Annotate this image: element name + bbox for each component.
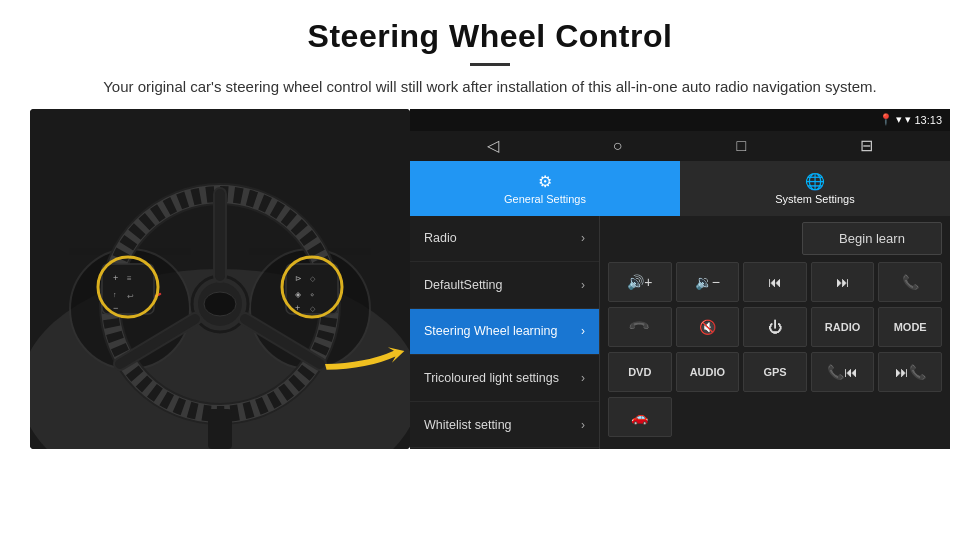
next-track-icon: ⏭ — [836, 274, 850, 290]
svg-text:⊳: ⊳ — [295, 274, 302, 283]
begin-learn-button[interactable]: Begin learn — [802, 222, 942, 255]
car-button[interactable]: 🚗 — [608, 397, 672, 437]
chevron-icon-default: › — [581, 278, 585, 292]
status-bar: 📍 ▾ ▾ 13:13 — [410, 109, 950, 131]
nav-bar: ◁ ○ □ ⊟ — [410, 131, 950, 161]
next-track-button[interactable]: ⏭ — [811, 262, 875, 302]
steering-wheel-image: 120 0 6 0 — [30, 109, 410, 449]
content-area: Radio › DefaultSetting › Steering Wheel … — [410, 216, 950, 449]
chevron-icon-radio: › — [581, 231, 585, 245]
signal-icon: ▾ — [905, 113, 911, 126]
phone-next-icon: ⏭📞 — [895, 364, 926, 380]
svg-text:⋄: ⋄ — [310, 291, 314, 298]
chevron-icon-steering: › — [581, 324, 585, 338]
audio-label: AUDIO — [690, 366, 725, 378]
page-title: Steering Wheel Control — [60, 18, 920, 55]
svg-text:≡: ≡ — [127, 274, 132, 283]
header-description: Your original car's steering wheel contr… — [60, 76, 920, 99]
general-settings-icon: ⚙ — [538, 172, 552, 191]
main-content: 120 0 6 0 — [30, 109, 950, 459]
power-button[interactable]: ⏻ — [743, 307, 807, 347]
svg-text:↩: ↩ — [127, 292, 134, 301]
car-icon: 🚗 — [631, 409, 648, 425]
location-icon: 📍 — [879, 113, 893, 126]
mute-icon: 🔇 — [699, 319, 716, 335]
volume-up-icon: 🔊+ — [627, 274, 652, 290]
menu-item-radio[interactable]: Radio › — [410, 216, 599, 263]
menu-item-whitelist[interactable]: Whitelist setting › — [410, 402, 599, 449]
header-divider — [470, 63, 510, 66]
begin-learn-row: Begin learn — [608, 222, 942, 255]
chevron-icon-tricoloured: › — [581, 371, 585, 385]
hang-up-icon: 📞 — [628, 315, 651, 338]
device-screen: 📍 ▾ ▾ 13:13 ◁ ○ □ ⊟ ⚙ General Settings — [410, 109, 950, 449]
control-grid-row3: DVD AUDIO GPS 📞⏮ ⏭📞 — [608, 352, 942, 392]
back-button[interactable]: ◁ — [487, 136, 499, 155]
phone-prev-icon: 📞⏮ — [827, 364, 858, 380]
power-icon: ⏻ — [768, 319, 782, 335]
svg-text:↑: ↑ — [113, 291, 117, 298]
radio-label: RADIO — [825, 321, 860, 333]
svg-rect-14 — [102, 264, 154, 314]
phone-next-button[interactable]: ⏭📞 — [878, 352, 942, 392]
svg-text:+: + — [113, 273, 118, 283]
tab-system-label: System Settings — [775, 193, 854, 205]
status-bar-icons: 📍 ▾ ▾ 13:13 — [879, 113, 942, 126]
tab-general-label: General Settings — [504, 193, 586, 205]
recent-button[interactable]: □ — [736, 137, 746, 155]
svg-text:◈: ◈ — [295, 290, 302, 299]
mute-button[interactable]: 🔇 — [676, 307, 740, 347]
home-button[interactable]: ○ — [613, 137, 623, 155]
prev-track-icon: ⏮ — [768, 274, 782, 290]
radio-button[interactable]: RADIO — [811, 307, 875, 347]
menu-item-steering-wheel[interactable]: Steering Wheel learning › — [410, 309, 599, 356]
mode-button[interactable]: MODE — [878, 307, 942, 347]
volume-down-button[interactable]: 🔉− — [676, 262, 740, 302]
dvd-label: DVD — [628, 366, 651, 378]
control-grid-row4: 🚗 — [608, 397, 942, 437]
mode-label: MODE — [894, 321, 927, 333]
audio-button[interactable]: AUDIO — [676, 352, 740, 392]
controls-panel: Begin learn 🔊+ 🔉− ⏮ — [600, 216, 950, 449]
phone-answer-button[interactable]: 📞 — [878, 262, 942, 302]
svg-text:−: − — [113, 303, 118, 313]
phone-prev-button[interactable]: 📞⏮ — [811, 352, 875, 392]
page-wrapper: Steering Wheel Control Your original car… — [0, 0, 980, 459]
chevron-icon-whitelist: › — [581, 418, 585, 432]
tab-general-settings[interactable]: ⚙ General Settings — [410, 161, 680, 216]
menu-item-default-setting[interactable]: DefaultSetting › — [410, 262, 599, 309]
tabs-bar: ⚙ General Settings 🌐 System Settings — [410, 161, 950, 216]
svg-rect-29 — [208, 409, 232, 449]
phone-answer-icon: 📞 — [902, 274, 919, 290]
page-header: Steering Wheel Control Your original car… — [0, 0, 980, 109]
gps-label: GPS — [763, 366, 786, 378]
volume-down-icon: 🔉− — [695, 274, 720, 290]
menu-list: Radio › DefaultSetting › Steering Wheel … — [410, 216, 600, 449]
svg-point-13 — [204, 292, 236, 316]
volume-up-button[interactable]: 🔊+ — [608, 262, 672, 302]
wifi-icon: ▾ — [896, 113, 902, 126]
hang-up-button[interactable]: 📞 — [608, 307, 672, 347]
control-grid-row2: 📞 🔇 ⏻ RADIO MODE — [608, 307, 942, 347]
dvd-button[interactable]: DVD — [608, 352, 672, 392]
prev-track-button[interactable]: ⏮ — [743, 262, 807, 302]
control-grid-row1: 🔊+ 🔉− ⏮ ⏭ 📞 — [608, 262, 942, 302]
menu-item-tricoloured[interactable]: Tricoloured light settings › — [410, 355, 599, 402]
system-settings-icon: 🌐 — [805, 172, 825, 191]
status-time: 13:13 — [914, 114, 942, 126]
menu-button[interactable]: ⊟ — [860, 136, 873, 155]
tab-system-settings[interactable]: 🌐 System Settings — [680, 161, 950, 216]
gps-button[interactable]: GPS — [743, 352, 807, 392]
